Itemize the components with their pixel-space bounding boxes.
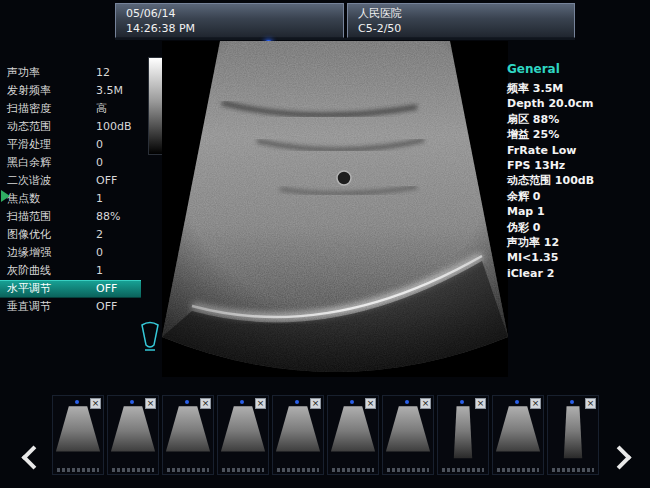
thumbnail[interactable]: ×	[217, 395, 269, 475]
thumbnail-caption	[222, 468, 264, 472]
thumbnail-caption	[552, 468, 594, 472]
thumbnail-close-button[interactable]: ×	[200, 398, 211, 409]
image-info-panel: General 频率 3.5M Depth 20.0cm 扇区 88% 增益 2…	[507, 62, 649, 281]
thumbnail-caption	[332, 468, 374, 472]
thumbnail-image	[385, 405, 431, 463]
param-label: 水平调节	[7, 281, 51, 297]
info-fps: FPS 13Hz	[507, 158, 649, 173]
grayscale-bar	[148, 57, 163, 155]
param-value: OFF	[96, 172, 117, 190]
param-label: 平滑处理	[7, 136, 51, 154]
param-value: 2	[96, 226, 103, 244]
thumbnail[interactable]: ×	[107, 395, 159, 475]
info-gain: 增益 25%	[507, 127, 649, 142]
param-row-scan-density[interactable]: 扫描密度 高	[0, 100, 141, 118]
param-label: 动态范围	[7, 118, 51, 136]
param-row-second-harmonic[interactable]: 二次谐波 OFF	[0, 172, 141, 190]
param-value: 1	[96, 190, 103, 208]
param-row-image-optimize[interactable]: 图像优化 2	[0, 226, 141, 244]
thumbnail-image	[275, 405, 321, 463]
thumbnail[interactable]: ×	[492, 395, 544, 475]
param-label: 扫描范围	[7, 208, 51, 226]
thumbnail-close-button[interactable]: ×	[90, 398, 101, 409]
param-label: 边缘增强	[7, 244, 51, 262]
thumbnail[interactable]: ×	[162, 395, 214, 475]
param-row-scan-range[interactable]: 扫描范围 88%	[0, 208, 141, 226]
param-value: OFF	[96, 298, 117, 316]
thumbnail-close-button[interactable]: ×	[255, 398, 266, 409]
info-depth: Depth 20.0cm	[507, 96, 649, 111]
thumbnail-caption	[497, 468, 539, 472]
thumbnail-close-button[interactable]: ×	[585, 398, 596, 409]
body-marker-icon	[138, 318, 162, 358]
info-pseudo-color: 伪彩 0	[507, 220, 649, 235]
thumbnails-next-arrow-icon[interactable]	[607, 445, 631, 469]
param-row-tx-frequency[interactable]: 发射频率 3.5M	[0, 82, 141, 100]
param-value: 0	[96, 154, 103, 172]
preset-title: General	[507, 62, 649, 76]
thumbnail-image	[495, 405, 541, 463]
param-value: 100dB	[96, 118, 132, 136]
thumbnail[interactable]: ×	[327, 395, 379, 475]
thumbnail-close-button[interactable]: ×	[310, 398, 321, 409]
thumbnail-close-button[interactable]: ×	[365, 398, 376, 409]
thumbnail[interactable]: ×	[52, 395, 104, 475]
time-text: 14:26:38 PM	[126, 21, 333, 36]
thumbnail-caption	[442, 468, 484, 472]
thumbnail-image	[55, 405, 101, 463]
param-row-dynamic-range[interactable]: 动态范围 100dB	[0, 118, 141, 136]
param-row-acoustic-power[interactable]: 声功率 12	[0, 64, 141, 82]
thumbnail-close-button[interactable]: ×	[420, 398, 431, 409]
info-map: Map 1	[507, 204, 649, 219]
thumbnail-image	[110, 405, 156, 463]
info-frame-rate: FrRate Low	[507, 143, 649, 158]
info-persistence: 余辉 0	[507, 189, 649, 204]
param-row-vertical-adjust[interactable]: 垂直调节 OFF	[0, 298, 141, 316]
thumbnail-caption	[387, 468, 429, 472]
thumbnail-image	[220, 405, 266, 463]
marker-dot-icon	[350, 400, 354, 404]
thumbnail-caption	[277, 468, 319, 472]
param-value: 0	[96, 244, 103, 262]
marker-dot-icon	[515, 400, 519, 404]
param-row-gray-curve[interactable]: 灰阶曲线 1	[0, 262, 141, 280]
thumbnail[interactable]: ×	[382, 395, 434, 475]
info-dynamic-range: 动态范围 100dB	[507, 173, 649, 188]
param-value: OFF	[96, 281, 117, 297]
param-value: 1	[96, 262, 103, 280]
marker-dot-icon	[295, 400, 299, 404]
param-row-smoothing[interactable]: 平滑处理 0	[0, 136, 141, 154]
param-row-horizontal-adjust-selected[interactable]: 水平调节 OFF	[0, 280, 141, 298]
thumbnail-image	[440, 405, 486, 463]
param-value: 3.5M	[96, 82, 123, 100]
date-text: 05/06/14	[126, 6, 333, 21]
param-label: 二次谐波	[7, 172, 51, 190]
thumbnail[interactable]: ×	[272, 395, 324, 475]
param-label: 图像优化	[7, 226, 51, 244]
thumbnail-close-button[interactable]: ×	[475, 398, 486, 409]
thumbnail[interactable]: ×	[547, 395, 599, 475]
info-mi: MI<1.35	[507, 250, 649, 265]
thumbnail-caption	[112, 468, 154, 472]
param-label: 灰阶曲线	[7, 262, 51, 280]
hospital-name: 人民医院	[358, 6, 564, 21]
thumbnail-close-button[interactable]: ×	[145, 398, 156, 409]
thumbnails-prev-arrow-icon[interactable]	[21, 445, 45, 469]
param-value: 88%	[96, 208, 120, 226]
param-value: 0	[96, 136, 103, 154]
marker-dot-icon	[130, 400, 134, 404]
header-divider	[115, 38, 575, 40]
thumbnail-close-button[interactable]: ×	[530, 398, 541, 409]
param-value: 高	[96, 100, 107, 118]
thumbnail[interactable]: ×	[437, 395, 489, 475]
param-row-bw-persistence[interactable]: 黑白余辉 0	[0, 154, 141, 172]
parameter-panel: 声功率 12 发射频率 3.5M 扫描密度 高 动态范围 100dB 平滑处理 …	[0, 64, 141, 316]
info-frequency: 频率 3.5M	[507, 81, 649, 96]
param-label: 黑白余辉	[7, 154, 51, 172]
marker-dot-icon	[460, 400, 464, 404]
param-row-focus-number[interactable]: 焦点数 1	[0, 190, 141, 208]
marker-dot-icon	[240, 400, 244, 404]
param-label: 焦点数	[7, 190, 40, 208]
param-label: 扫描密度	[7, 100, 51, 118]
param-row-edge-enhance[interactable]: 边缘增强 0	[0, 244, 141, 262]
